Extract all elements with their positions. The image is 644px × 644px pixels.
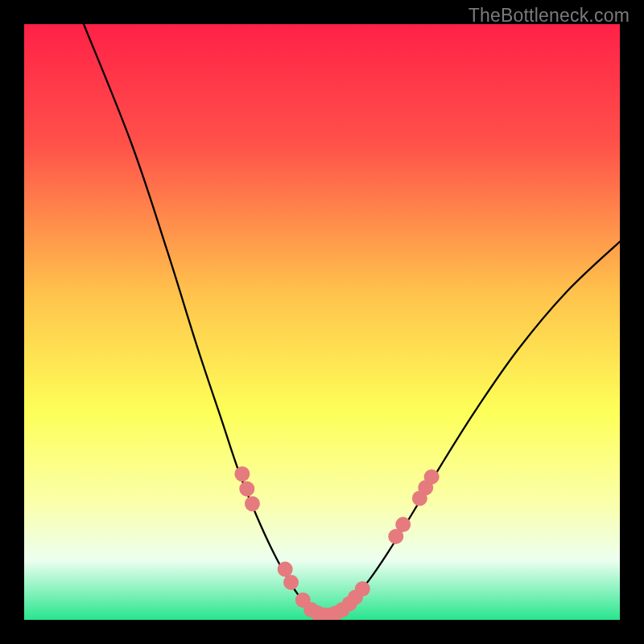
marker-point — [245, 496, 260, 511]
gradient-background — [24, 24, 620, 620]
watermark-text: TheBottleneck.com — [469, 5, 630, 27]
marker-point — [239, 481, 254, 497]
chart-frame: TheBottleneck.com — [0, 0, 644, 644]
marker-point — [283, 575, 299, 590]
chart-svg — [24, 24, 620, 620]
plot-area — [24, 24, 620, 620]
marker-point — [395, 517, 411, 532]
marker-point — [278, 562, 293, 577]
marker-point — [424, 469, 440, 485]
marker-point — [234, 466, 250, 481]
marker-point — [355, 581, 370, 597]
